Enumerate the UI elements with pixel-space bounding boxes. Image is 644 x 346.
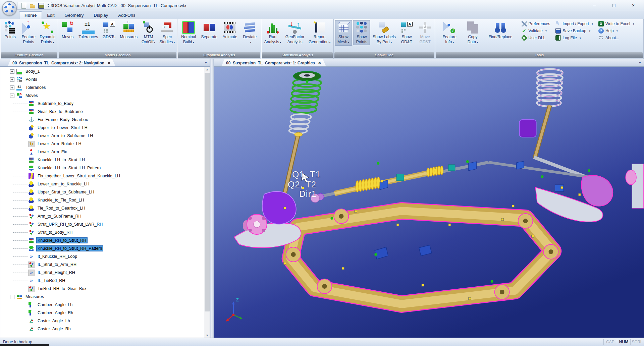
button-separate[interactable]: Separate: [200, 20, 219, 45]
button-show-gd-t[interactable]: ShowGD&T: [398, 20, 416, 45]
button-save-backup[interactable]: Save Backup▾: [555, 28, 593, 34]
button-preferences[interactable]: Preferences: [522, 21, 550, 26]
tree-item-il-strut-to-arm-rh[interactable]: IL_Strut_to_Arm_RH: [0, 261, 204, 269]
navigation-pane-menu-button[interactable]: ▼: [204, 61, 208, 64]
tree-item-il-strut-height-rh[interactable]: IL_Strut_Height_RH: [0, 269, 204, 277]
button-measures[interactable]: Measures: [118, 20, 139, 45]
button-help[interactable]: Help▾: [598, 28, 634, 34]
open-file-icon[interactable]: [30, 3, 36, 9]
tree-item-tie-rod-to-gearbox-lh[interactable]: Tie_Rod_to_Gearbox_LH: [0, 204, 204, 212]
button-deviate[interactable]: Deviate ▾: [241, 20, 259, 46]
tree-item-lower-arm-fix[interactable]: Lower_Arm_Fix: [0, 148, 204, 156]
tree-item-points[interactable]: +Points: [0, 75, 204, 83]
button-validate[interactable]: Validate▾: [522, 28, 550, 34]
collapse-icon[interactable]: −: [10, 295, 14, 299]
tree-item-lower-arm-to-subframe-lh[interactable]: Lower_Arm_to_Subframe_LH: [0, 132, 204, 140]
graphics-tab-bar: 00_Suspension_TL_Compare.wtx: 1: Graphic…: [214, 59, 644, 67]
tree-item-camber-angle-rh[interactable]: Camber_Angle_Rh: [0, 309, 204, 317]
expand-icon[interactable]: +: [10, 85, 14, 90]
tree-item-body-1[interactable]: +Body_1: [0, 67, 204, 75]
tree-item-knuckle-lh-to-strut-lh[interactable]: Knuckle_LH_to_Strut_LH: [0, 156, 204, 164]
button-write-to-excel[interactable]: Write to Excel▾: [598, 21, 634, 26]
tree-item-gear-box-to-subframe[interactable]: Gear_Box_to_Subframe: [0, 108, 204, 116]
tree-item-knuckle-to-tie-rod-lh[interactable]: Knuckle_to_Tie_Rod_LH: [0, 196, 204, 204]
button-mtm-on-off[interactable]: MTMOn/Off▾: [140, 20, 157, 46]
tree-item-knuckle-lh-to-strut-lh-pattern[interactable]: Knuckle_LH_to_Strut_LH_Pattern: [0, 164, 204, 172]
minimize-button[interactable]: –: [585, 0, 604, 10]
button-log-file[interactable]: Log File▾: [555, 35, 593, 41]
scrollbar-thumb[interactable]: [205, 73, 210, 311]
graphics-pane-menu-button[interactable]: ▼: [638, 61, 642, 64]
button-dynamic-points[interactable]: DynamicPoints▾: [38, 20, 57, 46]
button-show-mesh[interactable]: ShowMesh▾: [335, 20, 352, 46]
button-geofactor-analysis[interactable]: GeoFactorAnalysis: [284, 20, 306, 45]
tree-item-label: Camber_Angle_Lh: [36, 302, 74, 308]
tab-navigation[interactable]: 00_Suspension_TL_Compare.wtx: 2: Navigat…: [8, 59, 115, 66]
loop-icon: [29, 278, 34, 284]
collapse-icon[interactable]: −: [10, 94, 14, 98]
button-animate[interactable]: Animate: [221, 20, 238, 45]
maximize-button[interactable]: □: [604, 0, 624, 10]
tab-add-ons[interactable]: Add-Ons: [113, 12, 140, 19]
button-tolerances[interactable]: Tolerances: [77, 20, 99, 45]
customize-quick-access-icon[interactable]: ▾: [48, 4, 49, 8]
run-analysis-icon: [266, 21, 279, 34]
button-user-dll[interactable]: User DLL: [522, 35, 550, 41]
button-points[interactable]: Points: [1, 20, 19, 45]
button-feature-points[interactable]: FeaturePoints: [20, 20, 37, 45]
new-document-icon[interactable]: [21, 3, 27, 9]
tree-item-strut-upr-rh-to-strut-lwr-rh[interactable]: Strut_UPR_RH_to_Strut_LWR_RH: [0, 220, 204, 228]
tree-item-moves[interactable]: −Moves: [0, 92, 204, 100]
tab-home[interactable]: Home: [19, 11, 42, 19]
tab-edit[interactable]: Edit: [42, 12, 59, 19]
close-icon[interactable]: ✕: [107, 61, 111, 65]
save-file-icon[interactable]: [38, 3, 44, 9]
button-show-points[interactable]: ShowPoints: [353, 20, 370, 45]
tree-item-strut-to-body-rh[interactable]: Strut_to_Body_RH: [0, 228, 204, 236]
button-find-replace[interactable]: Find/Replace: [487, 20, 514, 45]
close-icon[interactable]: ✕: [318, 61, 321, 65]
vertical-scrollbar[interactable]: ▲ ▼: [204, 67, 210, 338]
tab-display[interactable]: Display: [89, 12, 113, 19]
tab-geometry[interactable]: Geometry: [60, 12, 89, 19]
button-show-labels-by-part[interactable]: Show LabelsBy Part▾: [371, 20, 397, 46]
button-gd-ts[interactable]: GD&Ts: [100, 20, 118, 45]
close-button[interactable]: ×: [624, 0, 643, 10]
tree-item-camber-angle-lh[interactable]: Camber_Angle_Lh: [0, 301, 204, 309]
application-menu-orb[interactable]: [2, 1, 17, 16]
tab-graphics[interactable]: 00_Suspension_TL_Compare.wtx: 1: Graphic…: [221, 59, 326, 66]
button-run-analysis[interactable]: RunAnalysis▾: [263, 20, 283, 46]
tree-item-tolerances[interactable]: +Tolerances: [0, 83, 204, 92]
button-report-generation[interactable]: ReportGeneration▾: [307, 20, 332, 46]
tree-item-fix-together-lower-strut-and-knuckle-lh[interactable]: Fix_together_Lower_Strut_and_Knuckle_LH: [0, 172, 204, 180]
tree-item-lower-arm-to-knuckle-lh[interactable]: Lower_arm_to_Knuckle_LH: [0, 180, 204, 188]
tree-item-upper-to-lower-strut-lh[interactable]: Upper_to_Lower_Strut_LH: [0, 124, 204, 132]
button-about[interactable]: About...: [598, 35, 634, 41]
pane-splitter[interactable]: [210, 59, 214, 338]
button-copy-data[interactable]: CopyData▾: [464, 20, 481, 46]
expand-icon[interactable]: +: [10, 77, 14, 82]
tree-item-tierod-rh-to-gear-box[interactable]: TieRod_RH_to_Gear_Box: [0, 285, 204, 293]
button-nominal-build[interactable]: NominalBuild▾: [180, 20, 197, 46]
tree-item-il-tierod-rh[interactable]: IL_TieRod_RH: [0, 277, 204, 285]
button-import-export[interactable]: Import / Export▾: [555, 21, 593, 26]
tree-item-arm-to-subframe-rh[interactable]: Arm_to_SubFrame_RH: [0, 212, 204, 220]
graphics-viewport[interactable]: Q1, T1 Q2, T2 Dir1 Z: [214, 67, 644, 338]
feature-info-icon: [443, 21, 456, 34]
tree-item-caster-angle-lh[interactable]: Caster_Angle_Lh: [0, 317, 204, 325]
tree-item-caster-angle-rh[interactable]: Caster_Angle_Rh: [0, 325, 204, 333]
scroll-up-icon[interactable]: ▲: [204, 67, 210, 72]
expand-icon[interactable]: +: [10, 69, 14, 74]
tree-item-measures[interactable]: −Measures: [0, 293, 204, 301]
tree-item-it-knuckle-rh-loop[interactable]: It_Knuckle_RH_Loop: [0, 252, 204, 261]
tree-item-lower-arm-rotate-lh[interactable]: Lower_Arm_Rotate_LH: [0, 140, 204, 148]
button-moves[interactable]: Moves: [59, 20, 76, 45]
tree-item-subframe-to-body[interactable]: Subframe_to_Body: [0, 100, 204, 108]
button-spec-studies[interactable]: SpecStudies▾: [158, 20, 176, 46]
tree-item-knuckle-rh-to-strut-rh-pattern[interactable]: Knuckle_RH_to_Strut_RH_Pattern: [0, 244, 204, 252]
tab-navigation-label: 00_Suspension_TL_Compare.wtx: 2: Navigat…: [12, 61, 104, 65]
button-feature-info[interactable]: FeatureInfo▾: [441, 20, 458, 46]
tree-item-knuckle-rh-to-strut-rh[interactable]: Knuckle_RH_to_Strut_RH: [0, 236, 204, 244]
tree-item-upper-strut-to-subframe-lh[interactable]: Upper_Strut_to_Subframe_LH: [0, 188, 204, 196]
tree-item-fix-frame-body-gearbox[interactable]: Fix_Frame_Body_Gearbox: [0, 116, 204, 124]
